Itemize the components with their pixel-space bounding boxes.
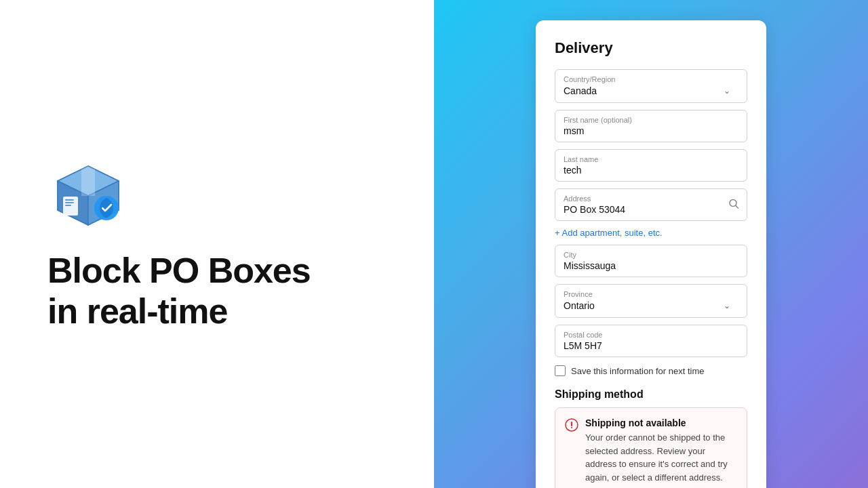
save-info-checkbox[interactable] (555, 365, 566, 376)
country-select[interactable]: Canada (564, 85, 738, 96)
country-field[interactable]: Country/Region Canada ⌄ (555, 69, 747, 103)
svg-marker-4 (81, 166, 95, 196)
logo-area (47, 156, 136, 224)
svg-rect-8 (65, 205, 71, 206)
svg-point-14 (571, 427, 572, 428)
address-field-group: Address PO Box 53044 (555, 188, 747, 221)
error-title: Shipping not available (585, 418, 737, 428)
svg-rect-7 (65, 202, 74, 203)
delivery-title: Delivery (555, 39, 747, 57)
error-message: Your order cannot be shipped to the sele… (585, 431, 737, 484)
error-content: Shipping not available Your order cannot… (585, 418, 737, 484)
city-field[interactable]: City Mississauga (555, 245, 747, 277)
error-icon (565, 418, 578, 435)
first-name-label: First name (optional) (564, 116, 738, 124)
right-panel: Delivery Country/Region Canada ⌄ First n… (434, 0, 868, 488)
last-name-field-group: Last name tech (555, 149, 747, 182)
first-name-field[interactable]: First name (optional) msm (555, 110, 747, 142)
last-name-label: Last name (564, 155, 738, 163)
country-label: Country/Region (564, 75, 738, 83)
left-panel: Block PO Boxes in real-time (0, 0, 434, 488)
city-value[interactable]: Mississauga (564, 260, 738, 271)
delivery-card: Delivery Country/Region Canada ⌄ First n… (536, 20, 766, 488)
add-apartment-link[interactable]: + Add apartment, suite, etc. (555, 228, 747, 238)
country-field-group: Country/Region Canada ⌄ (555, 69, 747, 103)
postal-field[interactable]: Postal code L5M 5H7 (555, 325, 747, 357)
svg-line-11 (736, 206, 738, 209)
country-select-wrapper[interactable]: Canada ⌄ (564, 85, 738, 97)
province-select[interactable]: Ontario (564, 300, 738, 311)
logo-icon (47, 156, 136, 224)
address-label: Address (564, 195, 738, 203)
province-select-wrapper[interactable]: Ontario ⌄ (564, 300, 738, 312)
postal-value[interactable]: L5M 5H7 (564, 340, 738, 351)
shipping-method-title: Shipping method (555, 388, 747, 401)
province-label: Province (564, 290, 738, 298)
headline: Block PO Boxes in real-time (47, 251, 311, 332)
save-info-row: Save this information for next time (555, 365, 747, 376)
last-name-value[interactable]: tech (564, 165, 738, 176)
address-value[interactable]: PO Box 53044 (564, 204, 738, 215)
search-icon[interactable] (728, 199, 739, 211)
province-field-group: Province Ontario ⌄ (555, 284, 747, 318)
postal-field-group: Postal code L5M 5H7 (555, 325, 747, 357)
first-name-field-group: First name (optional) msm (555, 110, 747, 142)
address-field[interactable]: Address PO Box 53044 (555, 188, 747, 221)
save-info-label: Save this information for next time (571, 366, 705, 376)
last-name-field[interactable]: Last name tech (555, 149, 747, 182)
city-label: City (564, 251, 738, 259)
province-field[interactable]: Province Ontario ⌄ (555, 284, 747, 318)
city-field-group: City Mississauga (555, 245, 747, 277)
postal-label: Postal code (564, 331, 738, 339)
first-name-value[interactable]: msm (564, 125, 738, 136)
shipping-error-box: Shipping not available Your order cannot… (555, 407, 747, 488)
svg-rect-6 (65, 199, 74, 201)
